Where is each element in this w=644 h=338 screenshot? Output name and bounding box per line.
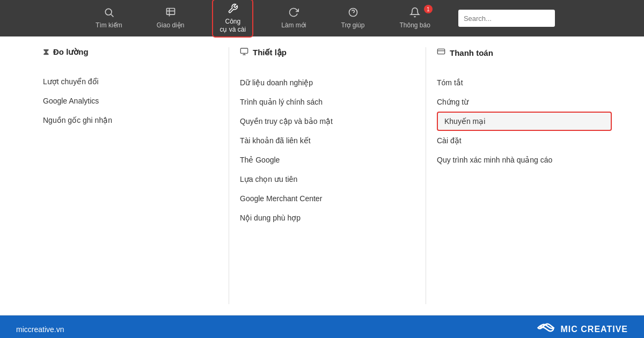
svg-point-0	[105, 9, 112, 16]
menu-tai-khoan[interactable]: Tài khoản đã liên kết	[240, 131, 415, 150]
footer-domain: miccreative.vn	[16, 325, 64, 334]
menu-the-google[interactable]: Thẻ Google	[240, 150, 415, 170]
menu-quy-trinh[interactable]: Quy trình xác minh nhà quảng cáo	[437, 150, 612, 170]
monitor-icon	[240, 47, 248, 58]
thanh-toan-title: Thanh toán	[450, 48, 493, 57]
nav-giao-dien[interactable]: Giao diện	[150, 4, 191, 32]
do-luong-header: ⧗ Đo lường	[43, 47, 218, 61]
bell-icon	[409, 7, 420, 19]
menu-cai-dat[interactable]: Cài đặt	[437, 131, 612, 150]
do-luong-title: Đo lường	[53, 47, 89, 57]
menu-khuyen-mai[interactable]: Khuyến mại	[437, 112, 612, 131]
notification-badge: 1	[424, 5, 433, 13]
dropdown-menu: ⧗ Đo lường Lượt chuyển đổi Google Analyt…	[0, 36, 644, 315]
search-input[interactable]	[458, 10, 555, 27]
help-icon	[348, 7, 358, 19]
column-do-luong: ⧗ Đo lường Lượt chuyển đổi Google Analyt…	[32, 47, 229, 304]
thanh-toan-header: Thanh toán	[437, 47, 612, 62]
nav-tro-giup[interactable]: Trợ giúp	[334, 4, 372, 32]
tools-icon	[228, 3, 238, 16]
menu-merchant[interactable]: Google Merchant Center	[240, 189, 415, 208]
refresh-icon	[288, 7, 299, 19]
search-icon	[104, 7, 114, 19]
nav-tim-kiem-label: Tìm kiếm	[96, 21, 122, 29]
nav-giao-dien-label: Giao diện	[157, 21, 185, 29]
nav-thong-bao-label: Thông báo	[400, 21, 430, 29]
menu-luot-chuyen-doi[interactable]: Lượt chuyển đổi	[43, 72, 218, 91]
menu-noi-dung[interactable]: Nội dung phù hợp	[240, 208, 415, 227]
card-icon	[437, 47, 445, 58]
column-thanh-toan: Thanh toán Tóm tắt Chứng từ Khuyến mại C…	[426, 47, 623, 304]
top-navigation: Tìm kiếm Giao diện Côngcụ và cài Làm mới	[0, 0, 644, 36]
svg-rect-7	[240, 48, 247, 53]
nav-thong-bao[interactable]: 1 Thông báo	[393, 4, 437, 32]
menu-lua-chon[interactable]: Lựa chọn ưu tiên	[240, 170, 415, 189]
footer-brand-name: MIC CREATIVE	[561, 325, 628, 334]
layout-icon	[165, 7, 176, 19]
svg-rect-10	[437, 49, 444, 54]
thiet-lap-header: Thiết lập	[240, 47, 415, 62]
menu-chung-tu[interactable]: Chứng từ	[437, 92, 612, 112]
menu-quyen-truy-cap[interactable]: Quyền truy cập và bảo mật	[240, 112, 415, 131]
nav-cong-cu[interactable]: Côngcụ và cài	[212, 0, 253, 38]
nav-tim-kiem[interactable]: Tìm kiếm	[89, 4, 129, 32]
nav-cong-cu-label: Côngcụ và cài	[219, 18, 246, 33]
nav-lam-moi-label: Làm mới	[281, 21, 306, 29]
menu-du-lieu-dn[interactable]: Dữ liệu doanh nghiệp	[240, 73, 415, 92]
menu-tom-tat[interactable]: Tóm tắt	[437, 73, 612, 92]
nav-tro-giup-label: Trợ giúp	[341, 21, 365, 29]
thiet-lap-title: Thiết lập	[253, 48, 287, 57]
menu-trinh-quan-ly[interactable]: Trình quản lý chính sách	[240, 92, 415, 112]
menu-google-analytics[interactable]: Google Analytics	[43, 91, 218, 111]
column-thiet-lap: Thiết lập Dữ liệu doanh nghiệp Trình quả…	[229, 47, 426, 304]
infinity-logo-icon	[536, 322, 555, 337]
svg-line-1	[111, 14, 114, 17]
menu-nguon-goc[interactable]: Nguồn gốc ghi nhận	[43, 111, 218, 130]
svg-rect-2	[166, 9, 174, 15]
footer-brand: MIC CREATIVE	[536, 322, 628, 337]
nav-lam-moi[interactable]: Làm mới	[275, 4, 312, 32]
hourglass-icon: ⧗	[43, 47, 49, 57]
footer: miccreative.vn MIC CREATIVE	[0, 315, 644, 338]
